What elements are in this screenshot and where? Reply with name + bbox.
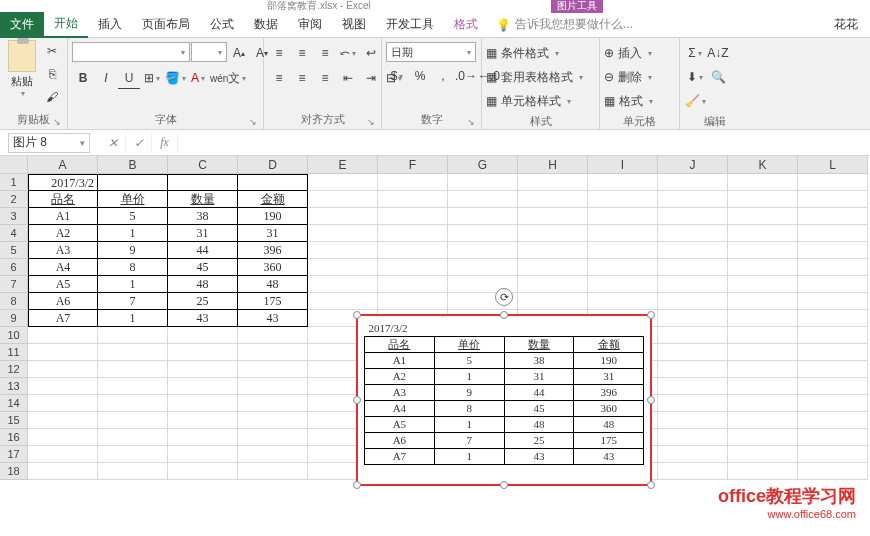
cell[interactable]: 1: [98, 276, 168, 293]
rotate-handle[interactable]: ⟳: [495, 288, 513, 306]
row-header[interactable]: 9: [0, 310, 28, 327]
cell[interactable]: [168, 174, 238, 191]
autosum-button[interactable]: Σ▾: [684, 42, 706, 64]
cell[interactable]: [168, 361, 238, 378]
dialog-launcher-icon[interactable]: ↘: [249, 117, 257, 127]
cell[interactable]: [98, 446, 168, 463]
cell[interactable]: [658, 446, 728, 463]
cut-button[interactable]: ✂: [41, 40, 63, 62]
cell[interactable]: [658, 276, 728, 293]
row-header[interactable]: 18: [0, 463, 28, 480]
cell[interactable]: [28, 327, 98, 344]
column-header[interactable]: E: [308, 156, 378, 174]
align-right-button[interactable]: ≡: [314, 67, 336, 89]
column-header[interactable]: D: [238, 156, 308, 174]
cell[interactable]: [588, 191, 658, 208]
row-header[interactable]: 4: [0, 225, 28, 242]
comma-button[interactable]: ,: [432, 65, 454, 87]
enter-button[interactable]: ✓: [126, 133, 152, 153]
cell[interactable]: [448, 242, 518, 259]
tab-insert[interactable]: 插入: [88, 12, 132, 38]
cell[interactable]: 数量: [168, 191, 238, 208]
format-painter-button[interactable]: 🖌: [41, 86, 63, 108]
cell[interactable]: 48: [168, 276, 238, 293]
row-header[interactable]: 7: [0, 276, 28, 293]
wrap-text-button[interactable]: ↩: [360, 42, 382, 64]
row-header[interactable]: 3: [0, 208, 28, 225]
cell[interactable]: [658, 327, 728, 344]
cell[interactable]: [728, 242, 798, 259]
cell[interactable]: [518, 242, 588, 259]
row-header[interactable]: 10: [0, 327, 28, 344]
cell[interactable]: [238, 395, 308, 412]
cell[interactable]: [658, 344, 728, 361]
cell[interactable]: [728, 225, 798, 242]
orientation-button[interactable]: ⤺▾: [337, 42, 359, 64]
cell[interactable]: A6: [28, 293, 98, 310]
cell[interactable]: [658, 310, 728, 327]
number-format-combo[interactable]: 日期▾: [386, 42, 476, 62]
cell[interactable]: [728, 327, 798, 344]
cell[interactable]: [798, 242, 868, 259]
cell[interactable]: 190: [238, 208, 308, 225]
cell[interactable]: [798, 276, 868, 293]
row-header[interactable]: 12: [0, 361, 28, 378]
bold-button[interactable]: B: [72, 67, 94, 89]
cell[interactable]: [588, 242, 658, 259]
cell[interactable]: [798, 191, 868, 208]
cell[interactable]: [728, 293, 798, 310]
cell[interactable]: A5: [28, 276, 98, 293]
row-header[interactable]: 8: [0, 293, 28, 310]
cell[interactable]: 31: [238, 225, 308, 242]
cell[interactable]: [518, 191, 588, 208]
percent-button[interactable]: %: [409, 65, 431, 87]
row-header[interactable]: 14: [0, 395, 28, 412]
cell[interactable]: 品名: [28, 191, 98, 208]
cell[interactable]: [168, 395, 238, 412]
cell[interactable]: [728, 276, 798, 293]
cell[interactable]: [168, 429, 238, 446]
conditional-formatting-button[interactable]: ▦ 条件格式▾: [486, 42, 559, 64]
cell[interactable]: [238, 463, 308, 480]
cell[interactable]: [28, 446, 98, 463]
italic-button[interactable]: I: [95, 67, 117, 89]
cell[interactable]: [658, 293, 728, 310]
row-header[interactable]: 5: [0, 242, 28, 259]
cell[interactable]: 38: [168, 208, 238, 225]
cell[interactable]: [518, 174, 588, 191]
cell[interactable]: [798, 259, 868, 276]
cell[interactable]: [378, 276, 448, 293]
cell[interactable]: [308, 293, 378, 310]
dialog-launcher-icon[interactable]: ↘: [367, 117, 375, 127]
cell[interactable]: [518, 225, 588, 242]
resize-handle[interactable]: [500, 311, 508, 319]
sort-filter-button[interactable]: A↓Z: [707, 42, 729, 64]
column-header[interactable]: J: [658, 156, 728, 174]
cell[interactable]: 43: [238, 310, 308, 327]
cell[interactable]: [658, 463, 728, 480]
borders-button[interactable]: ⊞▾: [141, 67, 163, 89]
cell[interactable]: [28, 395, 98, 412]
select-all-corner[interactable]: [0, 156, 28, 174]
cell[interactable]: [238, 344, 308, 361]
cell[interactable]: [728, 463, 798, 480]
cell[interactable]: [28, 429, 98, 446]
cell[interactable]: [98, 429, 168, 446]
resize-handle[interactable]: [647, 396, 655, 404]
cell[interactable]: [448, 191, 518, 208]
cell[interactable]: 45: [168, 259, 238, 276]
insert-function-button[interactable]: fx: [152, 133, 178, 153]
indent-decrease-button[interactable]: ⇤: [337, 67, 359, 89]
cell[interactable]: [98, 463, 168, 480]
cell[interactable]: [378, 225, 448, 242]
cell[interactable]: [168, 344, 238, 361]
cell[interactable]: [448, 208, 518, 225]
cell[interactable]: [238, 327, 308, 344]
worksheet-grid[interactable]: ABCDEFGHIJKL 123456789101112131415161718…: [0, 156, 870, 534]
cell[interactable]: 48: [238, 276, 308, 293]
cell[interactable]: [658, 242, 728, 259]
selected-picture[interactable]: ⟳ 2017/3/2品名单价数量金额A1538190A213131A394439…: [356, 314, 652, 486]
find-select-button[interactable]: 🔍: [707, 66, 729, 88]
cell[interactable]: A7: [28, 310, 98, 327]
align-top-button[interactable]: ≡: [268, 42, 290, 64]
